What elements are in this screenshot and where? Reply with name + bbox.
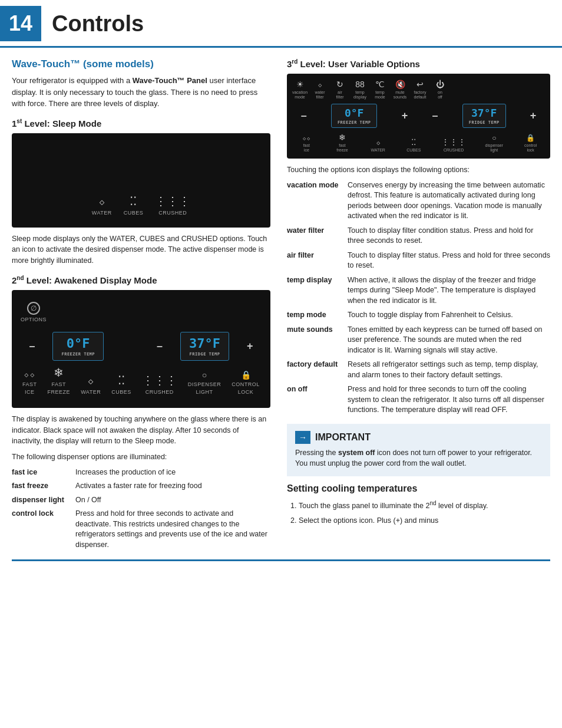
- important-heading: → IMPORTANT: [295, 431, 542, 444]
- fast-ice-item: fast ice Increases the production of ice: [12, 467, 270, 478]
- level1-heading: 1st Level: Sleep Mode: [12, 118, 270, 129]
- fast-ice-icon: ⬦⬦ fast ice: [22, 369, 37, 395]
- vacation-mode-item: vacation mode Conserves energy by increa…: [287, 180, 550, 222]
- awakened-icon-row: ⬦⬦ fast ice ❄ fast freeze ⬦ WATER ⁚⁚ CUB…: [21, 365, 262, 395]
- water-icon-2: ⬦ WATER: [81, 374, 101, 395]
- fast-freeze-icon-3: ❄ fastfreeze: [334, 133, 351, 152]
- control-lock-item: control lock Press and hold for three se…: [12, 509, 270, 550]
- mute-sounds-item: mute sounds Tones emitted by each keypre…: [287, 325, 550, 356]
- left-column: Wave-Touch™ (some models) Your refrigera…: [12, 58, 281, 554]
- awakened-desc2: The following dispenser options are illu…: [12, 452, 270, 463]
- sleep-mode-panel: ⬦ WATER ⁚⁚ CUBES ⋮⋮⋮ CRUSHED: [12, 133, 270, 228]
- main-content: Wave-Touch™ (some models) Your refrigera…: [0, 48, 562, 559]
- water-icon: ⬦ WATER: [92, 195, 112, 216]
- page-header: 14 Controls: [0, 0, 562, 48]
- dispenser-light-item: dispenser light On / Off: [12, 495, 270, 506]
- fridge-temp: 37°F FRIDGE TEMP: [180, 332, 229, 361]
- fast-freeze-item: fast freeze Activates a faster rate for …: [12, 481, 270, 492]
- cubes-icon-3: ⁚⁚ CUBES: [405, 137, 422, 153]
- temp-display-icon: 88 tempdisplay: [352, 80, 368, 99]
- important-box: → IMPORTANT Pressing the system off icon…: [287, 424, 550, 477]
- factory-default-icon: ↩ factorydefault: [412, 80, 428, 99]
- factory-default-item: factory default Resets all refrigerator …: [287, 360, 550, 380]
- level3-heading: 3rd Level: User Variable Options: [287, 58, 550, 69]
- fast-ice-icon-3: ⬦⬦ fastice: [298, 134, 315, 152]
- cubes-icon: ⁚⁚ CUBES: [124, 194, 144, 216]
- crushed-icon-2: ⋮⋮⋮ CRUSHED: [142, 373, 177, 395]
- water-filter-icon: ⬦ waterfilter: [312, 80, 328, 99]
- ctrl-lock-icon-3: 🔒 controllock: [523, 134, 539, 152]
- third-fridge-temp: 37°F FRIDGE TEMP: [462, 104, 506, 128]
- temp-mode-icon: ℃ tempmode: [372, 80, 388, 99]
- vacation-mode-icon: ☀ vacationmode: [292, 80, 308, 99]
- sleep-desc: Sleep mode displays only the WATER, CUBE…: [12, 233, 270, 266]
- third-mid-row: – 0°F FREEZER TEMP + – 37°F FRIDGE TEMP …: [292, 104, 546, 128]
- right-column: 3rd Level: User Variable Options ☀ vacat…: [281, 58, 550, 554]
- on-off-icon: ⏻ onoff: [432, 80, 448, 99]
- fast-freeze-icon: ❄ fast freeze: [48, 365, 71, 395]
- air-filter-item: air filter Touch to display filter statu…: [287, 251, 550, 271]
- third-bot-icons: ⬦⬦ fastice ❄ fastfreeze ⬦ WATER ⁚⁚ CUBES…: [292, 133, 546, 152]
- dispenser-light-icon: ○ dispenser light: [188, 370, 222, 395]
- cooling-step-2: Select the options icon. Plus (+) and mi…: [299, 515, 550, 526]
- important-text: Pressing the system off icon does not tu…: [295, 447, 542, 470]
- crushed-icon: ⋮⋮⋮ CRUSHED: [155, 194, 190, 216]
- page-footer-line: [12, 559, 550, 561]
- intro-text: Your refrigerator is equipped with a Wav…: [12, 75, 270, 110]
- awakened-panel: ∅ options – 0°F FREEZER TEMP – 37°F FRID…: [12, 290, 270, 408]
- cubes-icon-2: ⁚⁚ CUBES: [111, 373, 131, 395]
- third-level-panel: ☀ vacationmode ⬦ waterfilter ↻ airfilter…: [287, 74, 550, 159]
- air-filter-icon: ↻ airfilter: [332, 80, 348, 99]
- dispenser-list: fast ice Increases the production of ice…: [12, 467, 270, 551]
- arrow-icon: →: [295, 431, 310, 444]
- page-title: Controls: [52, 11, 144, 37]
- touch-desc: Touching the options icon displays the f…: [287, 164, 550, 176]
- control-lock-icon: 🔒 control lock: [232, 370, 260, 395]
- awakened-desc1: The display is awakened by touching anyw…: [12, 414, 270, 447]
- temp-row: – 0°F FREEZER TEMP – 37°F FRIDGE TEMP +: [29, 332, 253, 361]
- level2-heading: 2nd Level: Awakened Display Mode: [12, 275, 270, 285]
- sleep-icon-row: ⬦ WATER ⁚⁚ CUBES ⋮⋮⋮ CRUSHED: [92, 194, 191, 216]
- cooling-steps: Touch the glass panel to illuminate the …: [287, 499, 550, 526]
- third-top-icons: ☀ vacationmode ⬦ waterfilter ↻ airfilter…: [292, 80, 546, 99]
- cooling-heading: Setting cooling temperatures: [287, 483, 550, 494]
- mute-sounds-icon: 🔇 mutesounds: [392, 80, 408, 99]
- crushed-icon-3: ⋮⋮⋮ CRUSHED: [441, 137, 466, 153]
- temp-display-item: temp display When active, it allows the …: [287, 275, 550, 307]
- water-filter-item: water filter Touch to display filter con…: [287, 226, 550, 246]
- options-icon: ∅ options: [21, 302, 47, 322]
- cooling-step-1: Touch the glass panel to illuminate the …: [299, 499, 550, 512]
- water-icon-3: ⬦ WATER: [370, 137, 386, 153]
- third-freezer-temp: 0°F FREEZER TEMP: [331, 104, 378, 128]
- wave-touch-heading: Wave-Touch™ (some models): [12, 58, 270, 70]
- disp-light-icon-3: ○ dispenserlight: [485, 134, 503, 152]
- options-list: vacation mode Conserves energy by increa…: [287, 180, 550, 416]
- page-number: 14: [0, 6, 41, 41]
- temp-mode-item: temp mode Touch to toggle display from F…: [287, 310, 550, 321]
- on-off-item: on off Press and hold for three seconds …: [287, 384, 550, 416]
- freezer-temp: 0°F FREEZER TEMP: [52, 332, 104, 361]
